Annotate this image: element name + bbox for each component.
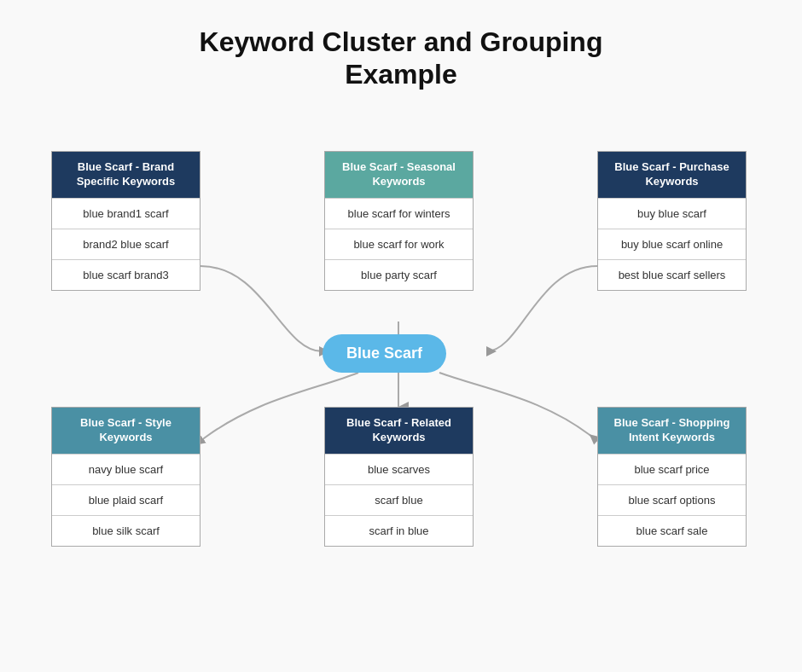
center-node: Blue Scarf	[323, 334, 446, 373]
cluster-purchase: Blue Scarf - Purchase Keywords buy blue …	[597, 151, 747, 291]
cluster-purchase-header: Blue Scarf - Purchase Keywords	[598, 152, 746, 198]
cluster-related-item-2: scarf blue	[325, 484, 473, 515]
cluster-shopping-item-2: blue scarf options	[598, 484, 746, 515]
cluster-brand-header: Blue Scarf - Brand Specific Keywords	[52, 152, 200, 198]
cluster-brand: Blue Scarf - Brand Specific Keywords blu…	[51, 151, 200, 291]
cluster-seasonal-header: Blue Scarf - Seasonal Keywords	[325, 152, 473, 198]
diagram: Blue Scarf - Brand Specific Keywords blu…	[34, 125, 768, 603]
cluster-related-item-1: blue scarves	[325, 454, 473, 484]
cluster-style-item-3: blue silk scarf	[52, 515, 200, 546]
cluster-purchase-item-2: buy blue scarf online	[598, 229, 746, 259]
cluster-shopping-item-3: blue scarf sale	[598, 515, 746, 546]
cluster-seasonal-item-2: blue scarf for work	[325, 229, 473, 259]
cluster-shopping-item-1: blue scarf price	[598, 454, 746, 484]
cluster-style-header: Blue Scarf - Style Keywords	[52, 408, 200, 454]
cluster-brand-item-1: blue brand1 scarf	[52, 198, 200, 229]
cluster-seasonal-item-1: blue scarf for winters	[325, 198, 473, 229]
cluster-shopping-header: Blue Scarf - Shopping Intent Keywords	[598, 408, 746, 454]
cluster-related: Blue Scarf - Related Keywords blue scarv…	[324, 407, 474, 547]
page-title: Keyword Cluster and Grouping Example	[200, 26, 603, 91]
cluster-seasonal-item-3: blue party scarf	[325, 259, 473, 290]
cluster-style-item-1: navy blue scarf	[52, 454, 200, 484]
cluster-purchase-item-3: best blue scarf sellers	[598, 259, 746, 290]
cluster-brand-item-3: blue scarf brand3	[52, 259, 200, 290]
cluster-purchase-item-1: buy blue scarf	[598, 198, 746, 229]
cluster-style-item-2: blue plaid scarf	[52, 484, 200, 515]
cluster-brand-item-2: brand2 blue scarf	[52, 229, 200, 259]
cluster-shopping: Blue Scarf - Shopping Intent Keywords bl…	[597, 407, 747, 547]
cluster-seasonal: Blue Scarf - Seasonal Keywords blue scar…	[324, 151, 474, 291]
cluster-related-header: Blue Scarf - Related Keywords	[325, 408, 473, 454]
cluster-style: Blue Scarf - Style Keywords navy blue sc…	[51, 407, 200, 547]
cluster-related-item-3: scarf in blue	[325, 515, 473, 546]
